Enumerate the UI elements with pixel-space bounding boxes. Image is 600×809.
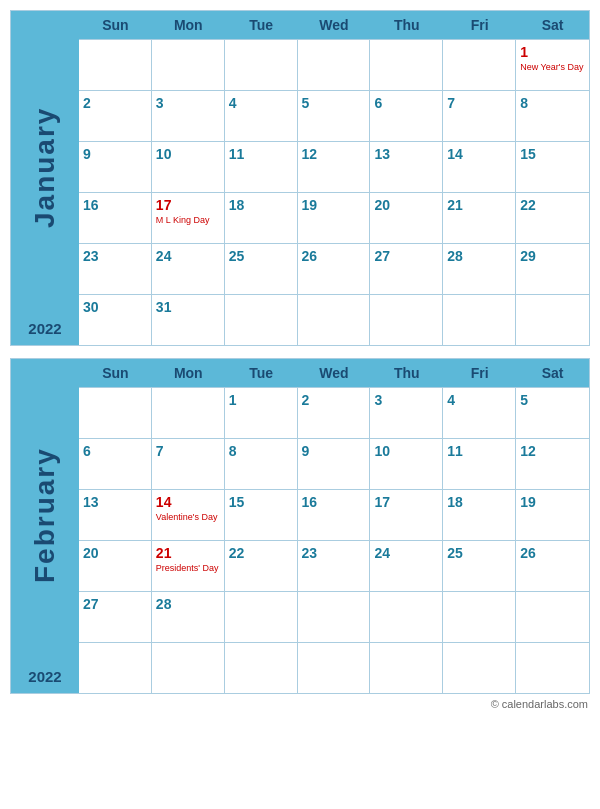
day-row-0: 1New Year's Day [79, 40, 589, 91]
day-cell [298, 643, 371, 693]
day-number: 6 [374, 95, 382, 112]
header-cell-tue: Tue [225, 11, 298, 39]
day-cell [516, 295, 589, 345]
day-number: 6 [83, 443, 91, 460]
day-cell [225, 40, 298, 90]
day-cell: 8 [225, 439, 298, 489]
day-cell: 21 [443, 193, 516, 243]
day-number: 4 [229, 95, 237, 112]
day-row-4: 2728 [79, 592, 589, 643]
day-number: 18 [229, 197, 245, 214]
day-number: 10 [374, 443, 390, 460]
holiday-name: New Year's Day [520, 62, 583, 73]
day-cell: 13 [79, 490, 152, 540]
header-cell-sun: Sun [79, 359, 152, 387]
day-cell [79, 643, 152, 693]
day-cell: 2 [298, 388, 371, 438]
day-number: 2 [302, 392, 310, 409]
day-number: 11 [229, 146, 245, 163]
day-number: 26 [302, 248, 318, 265]
day-number: 22 [520, 197, 536, 214]
day-cell [370, 295, 443, 345]
day-cell: 20 [370, 193, 443, 243]
day-number: 5 [520, 392, 528, 409]
day-number: 27 [83, 596, 99, 613]
day-cell: 9 [298, 439, 371, 489]
month-label-col: January2022 [11, 11, 79, 345]
day-cell: 23 [298, 541, 371, 591]
day-cell [225, 295, 298, 345]
day-number: 30 [83, 299, 99, 316]
day-cell: 12 [298, 142, 371, 192]
day-row-4: 23242526272829 [79, 244, 589, 295]
day-cell: 20 [79, 541, 152, 591]
day-row-5: 3031 [79, 295, 589, 345]
header-row: SunMonTueWedThuFriSat [79, 11, 589, 40]
header-row: SunMonTueWedThuFriSat [79, 359, 589, 388]
day-cell: 29 [516, 244, 589, 294]
day-cell: 17M L King Day [152, 193, 225, 243]
day-number: 22 [229, 545, 245, 562]
header-cell-mon: Mon [152, 359, 225, 387]
day-number: 21 [447, 197, 463, 214]
day-cell: 10 [152, 142, 225, 192]
day-cell [152, 388, 225, 438]
day-cell: 25 [443, 541, 516, 591]
day-number: 15 [229, 494, 245, 511]
day-number: 27 [374, 248, 390, 265]
header-cell-sat: Sat [516, 11, 589, 39]
day-cell: 22 [516, 193, 589, 243]
day-cell: 27 [79, 592, 152, 642]
day-number: 8 [520, 95, 528, 112]
header-cell-sun: Sun [79, 11, 152, 39]
day-number: 24 [374, 545, 390, 562]
holiday-name: M L King Day [156, 215, 210, 226]
day-cell: 26 [298, 244, 371, 294]
calendar-wrapper: January2022SunMonTueWedThuFriSat1New Yea… [10, 10, 590, 694]
day-cell: 16 [79, 193, 152, 243]
day-cell: 19 [516, 490, 589, 540]
footer-text: © calendarlabs.com [491, 698, 588, 710]
day-cell: 31 [152, 295, 225, 345]
year-label: 2022 [28, 668, 61, 685]
day-cell: 27 [370, 244, 443, 294]
day-number: 25 [229, 248, 245, 265]
day-row-0: 12345 [79, 388, 589, 439]
day-row-1: 2345678 [79, 91, 589, 142]
calendar-grid: SunMonTueWedThuFriSat1234567891011121314… [79, 359, 589, 693]
day-cell: 6 [79, 439, 152, 489]
day-cell: 1New Year's Day [516, 40, 589, 90]
day-number: 7 [156, 443, 164, 460]
day-number: 19 [520, 494, 536, 511]
day-cell [443, 40, 516, 90]
day-number: 1 [229, 392, 237, 409]
day-cell: 2 [79, 91, 152, 141]
holiday-name: Valentine's Day [156, 512, 218, 523]
day-number: 2 [83, 95, 91, 112]
day-cell [152, 643, 225, 693]
day-number: 14 [447, 146, 463, 163]
day-number: 16 [83, 197, 99, 214]
day-cell [298, 592, 371, 642]
day-cell [370, 40, 443, 90]
day-cell: 4 [225, 91, 298, 141]
day-number: 7 [447, 95, 455, 112]
day-cell: 8 [516, 91, 589, 141]
day-number: 3 [156, 95, 164, 112]
day-cell: 16 [298, 490, 371, 540]
day-row-3: 2021Presidents' Day2223242526 [79, 541, 589, 592]
day-cell: 3 [152, 91, 225, 141]
day-number: 20 [83, 545, 99, 562]
day-cell [298, 295, 371, 345]
month-block-february: February2022SunMonTueWedThuFriSat1234567… [10, 358, 590, 694]
header-cell-wed: Wed [298, 359, 371, 387]
day-number: 8 [229, 443, 237, 460]
day-cell [443, 643, 516, 693]
day-cell: 15 [225, 490, 298, 540]
day-number: 11 [447, 443, 463, 460]
day-cell [298, 40, 371, 90]
day-number: 18 [447, 494, 463, 511]
header-cell-mon: Mon [152, 11, 225, 39]
day-cell: 7 [443, 91, 516, 141]
header-cell-fri: Fri [443, 11, 516, 39]
